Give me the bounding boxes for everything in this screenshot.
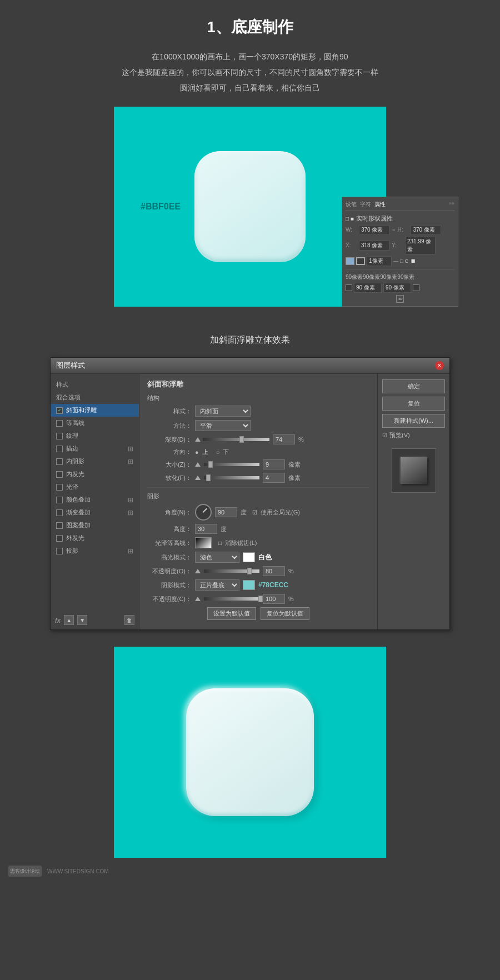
gloss-curve-preview[interactable] (195, 537, 212, 548)
innershadow-checkbox[interactable] (56, 458, 63, 465)
outerglow-checkbox[interactable] (56, 535, 63, 542)
tab-char[interactable]: 字符 (360, 201, 371, 208)
link-icon[interactable]: ∞ (396, 295, 404, 303)
delete-style-btn[interactable]: 🗑 (124, 615, 134, 625)
w-label: W: (346, 227, 357, 233)
soften-input[interactable] (263, 473, 285, 483)
left-item-texture[interactable]: 纹理 (51, 429, 139, 442)
set-default-btn[interactable]: 设置为默认值 (207, 607, 256, 620)
left-item-bevel[interactable]: ✓ 斜面和浮雕 (51, 404, 139, 417)
style-select[interactable]: 内斜面 (195, 406, 251, 417)
shadow-opacity-label: 不透明度(C)： (147, 595, 192, 603)
direction-up[interactable]: 上 (202, 448, 208, 456)
altitude-input[interactable] (195, 524, 217, 534)
stroke-checkbox[interactable] (56, 446, 63, 452)
style-label: 样式： (147, 407, 192, 416)
add-style-btn[interactable]: ▲ (64, 615, 74, 625)
left-item-stroke[interactable]: 描边 ⊞ (51, 442, 139, 455)
direction-down[interactable]: 下 (223, 448, 229, 456)
depth-slider-thumb[interactable] (239, 436, 244, 443)
global-light-checkbox[interactable]: ☑ (252, 509, 257, 516)
dropshadow-checkbox[interactable] (56, 548, 63, 554)
dialog-close-btn[interactable]: ✕ (435, 361, 444, 370)
section1-desc: 在1000X1000的画布上，画一个370X370的矩形，圆角90 这个是我随意… (0, 49, 500, 96)
left-item-contour[interactable]: 等高线 (51, 417, 139, 429)
left-item-outerglow[interactable]: 外发光 (51, 532, 139, 544)
depth-slider-container (195, 437, 269, 442)
x-value[interactable]: 318 像素 (359, 241, 389, 251)
corner-row: 90 像素 90 像素 (346, 283, 454, 293)
depth-unit: % (298, 436, 304, 443)
left-subtitle-blend: 混合选项 (51, 391, 139, 404)
w-value[interactable]: 370 像素 (359, 225, 389, 235)
tab-properties[interactable]: 属性 (374, 201, 386, 208)
highlight-opacity-thumb[interactable] (247, 568, 252, 574)
reset-default-btn[interactable]: 复位为默认值 (261, 607, 309, 620)
layer-style-dialog[interactable]: 图层样式 ✕ 样式 混合选项 ✓ 斜面和浮雕 等高线 (50, 357, 450, 630)
innerglow-checkbox[interactable] (56, 471, 63, 478)
reset-btn[interactable]: 复位 (382, 397, 445, 411)
left-item-dropshadow[interactable]: 投影 ⊞ (51, 544, 139, 557)
left-item-coloroverlay[interactable]: 颜色叠加 ⊞ (51, 493, 139, 506)
highlight-opacity-input[interactable] (263, 566, 285, 576)
altitude-row: 高度： 度 (147, 524, 369, 534)
highlight-opacity-row: 不透明度(O)： % (147, 566, 369, 576)
texture-checkbox[interactable] (56, 433, 63, 439)
altitude-label: 高度： (147, 525, 192, 533)
anti-alias-checkbox[interactable]: □ (218, 540, 222, 546)
highlight-opacity-track[interactable] (204, 569, 259, 573)
footer-url: WWW.SITEDSIGN.COM (47, 868, 109, 874)
highlight-color-swatch[interactable] (243, 552, 255, 562)
corner-checkbox[interactable] (346, 284, 352, 291)
preview-checkbox[interactable]: ☑ (382, 432, 387, 438)
depth-input[interactable] (273, 434, 295, 444)
contour-checkbox[interactable] (56, 420, 63, 427)
bevel-checkbox[interactable]: ✓ (56, 407, 63, 414)
soften-slider-thumb[interactable] (206, 474, 211, 481)
shadow-color-swatch[interactable] (243, 580, 255, 590)
shadow-opacity-track[interactable] (204, 597, 259, 601)
patternoverlay-checkbox[interactable] (56, 522, 63, 529)
shadow-opacity-thumb[interactable] (258, 596, 263, 602)
corner-all-label: 90像素90像素90像素90像素 (346, 273, 454, 281)
angle-dial[interactable] (195, 504, 212, 521)
corner-tl[interactable]: 90 像素 (354, 283, 382, 293)
dialog-right: 确定 复位 新建样式(W)... ☑ 预览(V) (377, 374, 449, 629)
properties-panel: 设笔 字符 属性 »» □ ■ 实时形状属性 W: 370 像素 ∞ H: 37… (342, 197, 458, 307)
move-up-btn[interactable]: ▼ (77, 615, 87, 625)
left-item-patternoverlay[interactable]: 图案叠加 (51, 519, 139, 532)
stroke-value[interactable]: 1像素 (367, 256, 392, 266)
gradientoverlay-checkbox[interactable] (56, 509, 63, 516)
fx-label: fx (55, 616, 61, 624)
size-slider-track[interactable] (204, 463, 259, 466)
fill-swatch[interactable] (346, 257, 354, 265)
shadow-mode-select[interactable]: 正片叠底 (195, 579, 239, 591)
shadow-opacity-input[interactable] (263, 594, 285, 604)
y-value[interactable]: 231.99 像素 (405, 237, 436, 254)
new-style-btn[interactable]: 新建样式(W)... (382, 414, 445, 428)
corner-br[interactable]: 90 像素 (383, 283, 411, 293)
tab-brush[interactable]: 设笔 (346, 201, 357, 208)
highlight-mode-row: 高光模式： 滤色 白色 (147, 552, 369, 563)
left-title-styles: 样式 (51, 378, 139, 391)
size-input[interactable] (263, 459, 285, 469)
method-select[interactable]: 平滑 (195, 420, 251, 431)
satin-checkbox[interactable] (56, 484, 63, 491)
shadow-opacity-unit: % (288, 596, 294, 602)
depth-slider-track[interactable] (203, 438, 269, 441)
left-item-gradientoverlay[interactable]: 渐变叠加 ⊞ (51, 506, 139, 519)
left-item-satin[interactable]: 光泽 (51, 481, 139, 493)
corner-checkbox2[interactable] (413, 284, 419, 291)
ok-btn[interactable]: 确定 (382, 379, 445, 393)
highlight-mode-select[interactable]: 滤色 (195, 552, 239, 563)
stroke-swatch[interactable] (356, 257, 365, 265)
left-item-innershadow[interactable]: 内阴影 ⊞ (51, 455, 139, 468)
left-item-innerglow[interactable]: 内发光 (51, 468, 139, 481)
h-value[interactable]: 370 像素 (411, 225, 441, 235)
coloroverlay-checkbox[interactable] (56, 497, 63, 503)
angle-input[interactable] (215, 507, 237, 517)
soften-slider-track[interactable] (204, 476, 259, 479)
highlight-mode-label: 高光模式： (147, 553, 192, 562)
soften-label: 软化(F)： (147, 474, 192, 482)
size-slider-thumb[interactable] (208, 461, 213, 468)
